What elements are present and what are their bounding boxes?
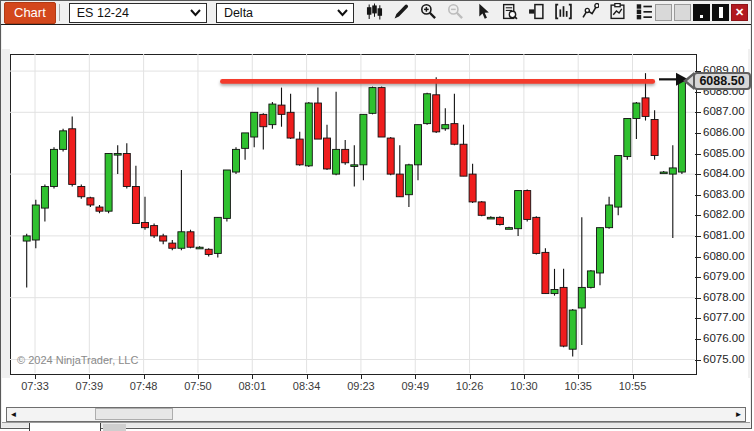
indicators-button[interactable]	[553, 3, 574, 23]
price-tick	[695, 112, 701, 113]
candle-body	[496, 217, 503, 224]
candle-body	[178, 232, 185, 248]
scrollbar-thumb[interactable]	[95, 408, 173, 420]
candle-body	[633, 103, 640, 118]
time-tick	[578, 374, 579, 379]
bars-style-button[interactable]	[364, 3, 385, 23]
clipboard-chart-icon	[609, 3, 626, 23]
price-tick	[695, 133, 701, 134]
close-icon: ✕	[735, 7, 744, 18]
candle-body	[287, 112, 294, 138]
candle-body	[478, 202, 485, 215]
price-axis-label: 6087.00	[703, 105, 745, 117]
list-icon	[636, 3, 653, 23]
candle-body	[424, 94, 431, 124]
time-axis-label: 10:26	[448, 380, 492, 392]
scroll-right-arrow[interactable]: ►	[733, 409, 744, 420]
candle-body	[387, 138, 394, 174]
candle-body	[142, 223, 149, 228]
price-axis-label: 6083.00	[703, 188, 745, 200]
chart-trader-icon	[528, 3, 545, 23]
candle-body	[515, 191, 522, 229]
chart-window: Chart ES 12-24 Delta	[0, 0, 752, 429]
candle-body	[542, 252, 549, 293]
price-tick	[695, 154, 701, 155]
series-type-dropdown[interactable]: Delta	[216, 3, 354, 23]
candle-body	[260, 114, 267, 126]
zoom-out-button[interactable]	[445, 3, 466, 23]
candle-body	[41, 186, 48, 208]
candle-body	[23, 236, 30, 241]
drawing-tools-button[interactable]	[391, 3, 412, 23]
candle-body	[360, 114, 367, 164]
cursor-button[interactable]	[472, 3, 493, 23]
window-title-tab[interactable]: Chart	[4, 2, 56, 24]
data-box-icon	[501, 3, 518, 23]
candlestick-bars-icon	[366, 3, 383, 23]
price-tick	[695, 339, 701, 340]
close-button[interactable]: ✕	[731, 4, 748, 21]
price-tick	[695, 318, 701, 319]
candle-body	[369, 88, 376, 114]
time-tick	[361, 374, 362, 379]
polyline-nodes-icon	[582, 3, 599, 23]
candle-body	[105, 154, 112, 212]
price-tick	[695, 277, 701, 278]
price-tick	[695, 298, 701, 299]
candle-body	[114, 154, 121, 156]
scroll-left-arrow[interactable]: ◄	[8, 409, 19, 420]
candle-body	[524, 191, 531, 220]
price-axis-label: 6081.00	[703, 229, 745, 241]
instrument-dropdown[interactable]: ES 12-24	[69, 3, 207, 23]
price-tick	[695, 257, 701, 258]
left-gutter	[2, 49, 10, 378]
minimize-button[interactable]	[693, 4, 710, 21]
time-axis-label: 10:30	[502, 380, 546, 392]
candle-body	[305, 103, 312, 166]
price-tick	[695, 92, 701, 93]
chart-canvas	[10, 54, 695, 373]
chevron-down-icon	[337, 6, 348, 20]
candle-body	[87, 198, 94, 205]
chart-snapshot-button[interactable]	[607, 3, 628, 23]
chart-trader-button[interactable]	[526, 3, 547, 23]
strategies-button[interactable]	[580, 3, 601, 23]
chevron-down-icon	[190, 6, 201, 20]
zoom-in-button[interactable]	[418, 3, 439, 23]
candle-body	[587, 271, 594, 287]
candle-body	[205, 249, 212, 254]
price-axis-label: 6075.00	[703, 353, 745, 365]
data-box-button[interactable]	[499, 3, 520, 23]
cursor-arrow-icon	[474, 3, 491, 23]
candle-body	[269, 104, 276, 125]
bar-chart-icon	[555, 3, 572, 23]
price-axis-label: 6085.00	[703, 147, 745, 159]
candle-body	[333, 149, 340, 174]
candle-body	[278, 105, 285, 114]
link-button-2[interactable]	[674, 4, 691, 21]
price-axis-label: 6084.00	[703, 167, 745, 179]
zoom-out-icon	[447, 3, 464, 23]
add-tab-button[interactable]	[103, 424, 126, 431]
maximize-button[interactable]	[712, 4, 729, 21]
candle-body	[51, 149, 58, 186]
last-price-tag: 6088.50	[693, 72, 751, 90]
candle-body	[342, 149, 349, 162]
window-buttons: ✕	[655, 4, 748, 21]
time-tick	[470, 374, 471, 379]
price-tick	[695, 360, 701, 361]
horizontal-scrollbar[interactable]: ◄ ►	[6, 407, 746, 422]
candle-body	[642, 98, 649, 117]
candle-body	[214, 217, 221, 253]
time-axis-label: 07:39	[67, 380, 111, 392]
candle-body	[451, 124, 458, 145]
candle-body	[251, 112, 258, 137]
tab-es-12-24[interactable]: ES 12-24	[29, 423, 101, 431]
candle-body	[678, 81, 685, 172]
properties-button[interactable]	[634, 3, 655, 23]
time-axis-label: 07:33	[13, 380, 57, 392]
time-tick	[198, 374, 199, 379]
candle-body	[32, 205, 39, 240]
price-tick	[695, 174, 701, 175]
link-button-1[interactable]	[655, 4, 672, 21]
